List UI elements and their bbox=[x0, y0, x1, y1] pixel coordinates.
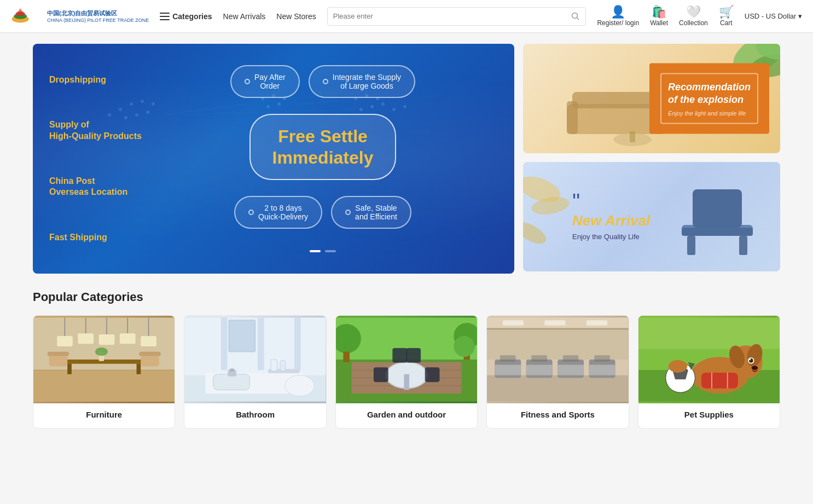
category-label-bathroom: Bathroom bbox=[236, 410, 275, 419]
garden-scene bbox=[336, 316, 477, 403]
hero-label-4: Fast Shipping bbox=[49, 232, 148, 244]
category-label-furniture: Furniture bbox=[86, 410, 122, 419]
fitness-scene bbox=[487, 316, 628, 403]
hero-pill-delivery: 2 to 8 daysQuick-Delivery bbox=[234, 196, 322, 229]
svg-rect-95 bbox=[374, 367, 388, 382]
hero-slide-dots bbox=[310, 250, 336, 252]
cart-label: Cart bbox=[720, 19, 733, 27]
svg-rect-94 bbox=[404, 374, 409, 390]
new-arrival-title: New Arrival bbox=[572, 212, 650, 229]
logo-area: 中国(北京)自由贸易试验区 CHINA (BEIJING) PILOT FREE… bbox=[11, 5, 149, 27]
hero-left-labels: Dropshipping Supply ofHigh-Quality Produ… bbox=[49, 60, 148, 257]
new-arrival-text: " New Arrival Enjoy the Quality Life bbox=[572, 193, 650, 241]
svg-rect-123 bbox=[487, 328, 628, 330]
new-arrivals-link[interactable]: New Arrivals bbox=[223, 12, 266, 21]
hero-pill-supply: Integrate the Supplyof Large Goods bbox=[309, 65, 415, 98]
popular-categories-section: Popular Categories bbox=[33, 290, 780, 428]
hero-label-2: Supply ofHigh-Quality Products bbox=[49, 119, 148, 142]
svg-rect-48 bbox=[687, 236, 695, 255]
cart-button[interactable]: 🛒 Cart bbox=[719, 6, 734, 27]
hero-main-pill: Free SettleImmediately bbox=[249, 114, 397, 180]
svg-line-9 bbox=[577, 18, 579, 20]
category-card-pet[interactable]: Pet Supplies bbox=[638, 315, 780, 428]
svg-rect-68 bbox=[48, 352, 69, 356]
hero-dot-1[interactable] bbox=[310, 250, 321, 252]
hero-right-banners: Recommendationof the explosion Enjoy the… bbox=[523, 44, 780, 274]
hero-center-pills: Pay AfterOrder Integrate the Supplyof La… bbox=[148, 60, 498, 257]
svg-point-134 bbox=[751, 366, 757, 370]
header: 中国(北京)自由贸易试验区 CHINA (BEIJING) PILOT FREE… bbox=[0, 0, 813, 33]
svg-point-36 bbox=[754, 44, 780, 62]
category-card-fitness[interactable]: Fitness and Sports bbox=[486, 315, 629, 428]
new-arrival-subtitle: Enjoy the Quality Life bbox=[572, 233, 650, 241]
svg-rect-78 bbox=[229, 320, 255, 351]
bathroom-scene bbox=[184, 316, 326, 403]
hero-main-pill-text: Free SettleImmediately bbox=[272, 126, 374, 168]
pet-scene bbox=[638, 316, 780, 403]
category-label-fitness: Fitness and Sports bbox=[521, 410, 595, 419]
wallet-icon: 🛍️ bbox=[652, 6, 666, 18]
svg-rect-5 bbox=[160, 13, 170, 14]
svg-point-86 bbox=[285, 375, 315, 396]
logo-text-en: CHINA (BEIJING) PILOT FREE TRADE ZONE bbox=[47, 18, 149, 23]
svg-rect-84 bbox=[271, 360, 277, 371]
categories-nav[interactable]: Categories bbox=[160, 12, 212, 21]
new-stores-link[interactable]: New Stores bbox=[276, 12, 316, 21]
svg-rect-61 bbox=[99, 334, 115, 345]
category-card-garden[interactable]: Garden and outdoor bbox=[335, 315, 478, 428]
svg-rect-111 bbox=[495, 365, 521, 375]
svg-rect-62 bbox=[120, 333, 136, 344]
category-card-furniture[interactable]: Furniture bbox=[33, 315, 175, 428]
banner-explosion-card: Recommendationof the explosion Enjoy the… bbox=[649, 63, 769, 134]
svg-rect-85 bbox=[281, 361, 286, 371]
svg-point-82 bbox=[230, 368, 235, 372]
svg-point-45 bbox=[523, 218, 549, 248]
svg-rect-60 bbox=[78, 333, 94, 344]
category-image-fitness bbox=[487, 316, 628, 403]
svg-rect-105 bbox=[487, 375, 628, 402]
category-image-pet bbox=[638, 316, 780, 403]
svg-rect-76 bbox=[258, 317, 264, 370]
svg-rect-65 bbox=[67, 364, 72, 374]
currency-selector[interactable]: USD - US Dollar ▾ bbox=[745, 12, 802, 20]
hero-pill-supply-text: Integrate the Supplyof Large Goods bbox=[333, 73, 401, 90]
svg-point-72 bbox=[95, 347, 108, 356]
search-icon[interactable] bbox=[571, 12, 580, 21]
svg-rect-80 bbox=[213, 374, 250, 390]
cart-icon: 🛒 bbox=[719, 6, 734, 18]
heart-icon: 🤍 bbox=[686, 6, 701, 18]
category-card-bathroom[interactable]: Bathroom bbox=[184, 315, 326, 428]
hero-pill-pay-text: Pay AfterOrder bbox=[254, 73, 286, 90]
header-actions: 👤 Register/ login 🛍️ Wallet 🤍 Collection… bbox=[597, 6, 802, 27]
main-content: Dropshipping Supply ofHigh-Quality Produ… bbox=[0, 33, 813, 439]
svg-rect-70 bbox=[139, 352, 160, 356]
wallet-button[interactable]: 🛍️ Wallet bbox=[650, 6, 668, 27]
svg-rect-120 bbox=[589, 365, 615, 375]
collection-button[interactable]: 🤍 Collection bbox=[679, 6, 708, 27]
svg-rect-39 bbox=[567, 101, 578, 134]
svg-point-139 bbox=[668, 360, 687, 373]
menu-icon bbox=[160, 13, 170, 20]
popular-categories-title: Popular Categories bbox=[33, 290, 780, 304]
svg-rect-46 bbox=[693, 189, 742, 228]
hero-label-3: China PostOverseas Location bbox=[49, 176, 148, 199]
svg-rect-109 bbox=[586, 320, 607, 326]
furniture-scene bbox=[33, 316, 175, 403]
svg-rect-77 bbox=[294, 317, 300, 370]
svg-point-133 bbox=[749, 359, 751, 361]
svg-rect-97 bbox=[392, 348, 407, 363]
hero-pill-pay: Pay AfterOrder bbox=[230, 65, 300, 98]
logo-icon bbox=[11, 5, 44, 27]
svg-point-103 bbox=[454, 336, 474, 357]
currency-label: USD - US Dollar bbox=[745, 12, 797, 20]
search-input[interactable] bbox=[333, 12, 572, 20]
svg-rect-38 bbox=[572, 92, 660, 108]
logo-text-cn: 中国(北京)自由贸易试验区 bbox=[47, 9, 149, 17]
hero-dot-2[interactable] bbox=[325, 250, 336, 252]
hero-banner-explosion[interactable]: Recommendationof the explosion Enjoy the… bbox=[523, 44, 780, 153]
hero-banner-new-arrival[interactable]: " New Arrival Enjoy the Quality Life bbox=[523, 162, 780, 271]
hero-pill-stable: Safe, Stableand Efficient bbox=[331, 196, 411, 229]
svg-rect-47 bbox=[682, 228, 753, 236]
svg-rect-108 bbox=[544, 320, 565, 326]
register-login-button[interactable]: 👤 Register/ login bbox=[597, 6, 639, 27]
